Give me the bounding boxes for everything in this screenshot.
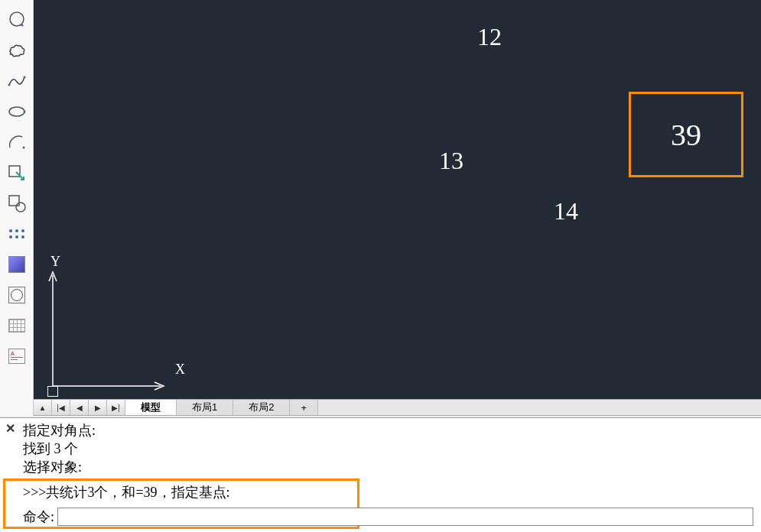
ellipse-tool[interactable] (5, 101, 29, 122)
svg-point-0 (10, 12, 24, 26)
canvas-number-14[interactable]: 14 (554, 197, 578, 225)
command-sum-line: >>>共统计3个，和=39，指定基点: (23, 483, 230, 501)
box-circle-tool[interactable] (5, 284, 29, 306)
spline-tool[interactable] (5, 70, 29, 92)
command-history-line: 找到 3 个 (23, 440, 753, 458)
canvas-number-12[interactable]: 12 (477, 23, 502, 51)
points-tool[interactable] (5, 223, 29, 245)
text-tool[interactable]: A (5, 345, 29, 367)
tab-layout2[interactable]: 布局2 (233, 400, 290, 415)
svg-point-5 (23, 111, 25, 113)
sum-result-value: 39 (671, 117, 701, 153)
svg-point-2 (8, 84, 10, 86)
tab-add[interactable]: + (290, 400, 318, 415)
block-insert-tool[interactable] (5, 162, 29, 183)
rect-circle-tool[interactable] (5, 193, 29, 214)
ucs-origin-icon (47, 386, 58, 397)
tab-nav-prev[interactable]: ◀ (70, 400, 89, 415)
cloud-tool[interactable] (5, 40, 29, 61)
command-input-row: 命令: (23, 508, 753, 526)
ucs-icon: Y X (47, 254, 185, 391)
svg-point-9 (16, 203, 25, 212)
sum-result-box: 39 (629, 92, 743, 177)
tab-nav-up[interactable]: ▲ (34, 400, 52, 415)
svg-point-6 (22, 147, 24, 149)
canvas-number-13[interactable]: 13 (439, 147, 463, 175)
command-close-icon[interactable]: ✕ (3, 421, 17, 435)
tab-nav-next[interactable]: ▶ (89, 400, 107, 415)
command-prompt-label: 命令: (23, 508, 54, 526)
tab-layout1[interactable]: 布局1 (177, 400, 233, 415)
tab-model[interactable]: 模型 (125, 400, 177, 415)
svg-point-3 (23, 76, 25, 79)
layout-tabs-bar: ▲ |◀ ◀ ▶ ▶| 模型 布局1 布局2 + (34, 399, 761, 416)
command-history-line: 选择对象: (23, 458, 753, 476)
tab-nav-last[interactable]: ▶| (107, 400, 125, 415)
command-input[interactable] (57, 508, 753, 526)
tab-nav-first[interactable]: |◀ (52, 400, 70, 415)
arc-tool[interactable] (5, 131, 29, 153)
left-toolbar: A (0, 0, 34, 416)
gradient-tool[interactable] (5, 254, 29, 275)
svg-point-1 (21, 24, 23, 27)
drawing-canvas[interactable]: 12 13 14 39 Y X (34, 0, 761, 399)
svg-point-4 (9, 107, 24, 116)
command-history: 指定对角点: 找到 3 个 选择对象: (23, 421, 753, 476)
grid-tool[interactable] (5, 315, 29, 336)
circle-tool[interactable] (5, 9, 29, 31)
command-history-line: 指定对角点: (23, 421, 753, 440)
